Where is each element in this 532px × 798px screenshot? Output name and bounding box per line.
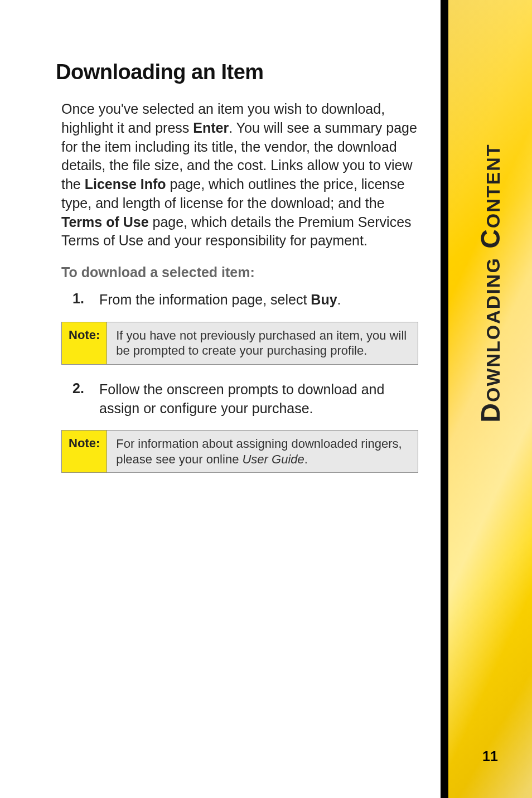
- step-1: 1. From the information page, select Buy…: [56, 291, 424, 309]
- note-1-label: Note:: [62, 322, 107, 364]
- note-2-text-2: .: [304, 452, 308, 466]
- note-box-1: Note: If you have not previously purchas…: [61, 322, 418, 365]
- note-2-label: Note:: [62, 431, 107, 472]
- step-1-text-2: .: [337, 292, 341, 307]
- step-1-text: From the information page, select Buy.: [99, 291, 341, 309]
- note-1-text: If you have not previously purchased an …: [107, 322, 418, 364]
- note-2-italic: User Guide: [242, 452, 304, 466]
- page-container: Downloading an Item Once you've selected…: [0, 0, 532, 798]
- step-2-number: 2.: [72, 380, 99, 418]
- note-2-text: For information about assigning download…: [107, 431, 418, 472]
- step-1-text-1: From the information page, select: [99, 292, 311, 307]
- section-tab-label: Downloading Content: [475, 143, 506, 422]
- note-box-2: Note: For information about assigning do…: [61, 430, 418, 473]
- page-heading: Downloading an Item: [56, 60, 424, 84]
- section-tab: Downloading Content 11: [448, 0, 532, 798]
- step-1-bold: Buy: [311, 292, 337, 307]
- intro-paragraph: Once you've selected an item you wish to…: [56, 100, 424, 250]
- step-2-text: Follow the onscreen prompts to download …: [99, 380, 424, 418]
- intro-bold-terms: Terms of Use: [61, 214, 149, 230]
- step-1-number: 1.: [72, 291, 99, 309]
- vertical-divider: [441, 0, 448, 798]
- intro-bold-enter: Enter: [193, 120, 229, 136]
- intro-bold-license: License Info: [85, 176, 166, 192]
- step-2: 2. Follow the onscreen prompts to downlo…: [56, 380, 424, 418]
- page-number: 11: [448, 748, 532, 765]
- content-area: Downloading an Item Once you've selected…: [0, 0, 441, 798]
- subheading: To download a selected item:: [56, 264, 424, 280]
